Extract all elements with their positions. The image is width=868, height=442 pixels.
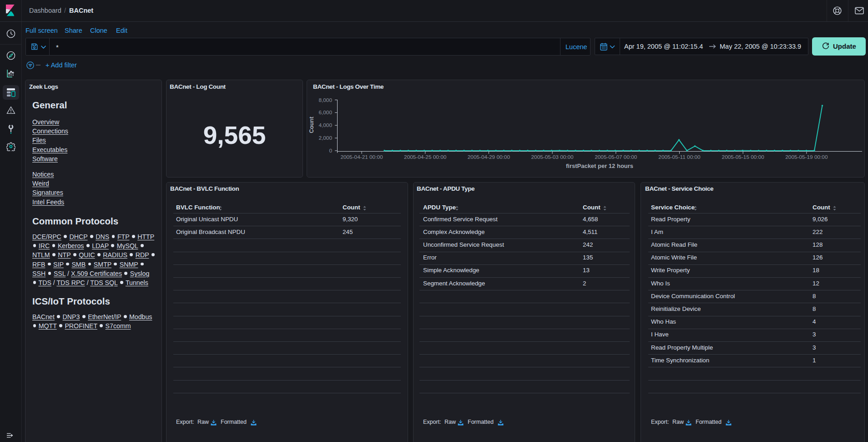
svg-text:2005-05-19 00:00: 2005-05-19 00:00 (785, 154, 828, 160)
svg-text:2005-05-11 00:00: 2005-05-11 00:00 (658, 154, 701, 160)
svg-text:8,000: 8,000 (318, 97, 332, 103)
svg-text:0: 0 (329, 147, 332, 154)
svg-text:4,000: 4,000 (318, 122, 332, 128)
svg-text:6,000: 6,000 (318, 109, 332, 116)
svg-text:2005-04-29 00:00: 2005-04-29 00:00 (468, 154, 510, 160)
svg-text:2005-05-03 00:00: 2005-05-03 00:00 (531, 154, 574, 160)
svg-text:2,000: 2,000 (318, 135, 332, 141)
svg-text:firstPacket per 12 hours: firstPacket per 12 hours (566, 163, 633, 169)
svg-text:2005-04-25 00:00: 2005-04-25 00:00 (404, 154, 447, 160)
svg-text:2005-05-15 00:00: 2005-05-15 00:00 (722, 154, 765, 160)
svg-text:2005-04-21 00:00: 2005-04-21 00:00 (340, 154, 383, 160)
svg-text:Count: Count (308, 117, 315, 133)
svg-text:2005-05-07 00:00: 2005-05-07 00:00 (595, 154, 637, 160)
